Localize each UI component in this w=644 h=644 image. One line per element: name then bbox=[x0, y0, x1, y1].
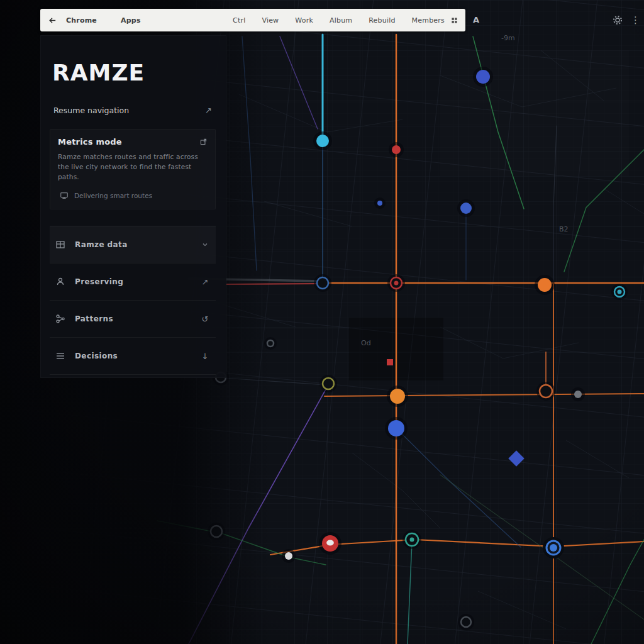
map-marker[interactable] bbox=[319, 532, 341, 555]
app-window: -9mOdB2 Chrome Apps Ctrl View Work Album… bbox=[0, 0, 644, 644]
map-marker[interactable] bbox=[264, 337, 277, 350]
sidebar-item-label: Ramze data bbox=[75, 240, 191, 249]
sidebar-item-label: Preserving bbox=[75, 277, 191, 286]
top-navbar: Chrome Apps Ctrl View Work Album Rebuild… bbox=[40, 9, 465, 31]
navbar-right-items: Ctrl View Work Album Rebuild Members bbox=[233, 16, 445, 25]
nav-item-view[interactable]: View bbox=[262, 16, 279, 25]
table-icon bbox=[55, 240, 67, 250]
sidebar-item-preserving[interactable]: Preserving ↗ bbox=[50, 263, 216, 300]
map-marker[interactable] bbox=[208, 523, 225, 540]
map-marker[interactable] bbox=[387, 359, 393, 365]
map-marker[interactable] bbox=[457, 199, 475, 217]
person-icon bbox=[55, 277, 67, 287]
sidebar: RAMZE Resume navigation ↗ Metrics mode R… bbox=[40, 35, 226, 378]
map-marker[interactable] bbox=[543, 537, 564, 558]
sidebar-menu: Ramze data Preserving ↗ bbox=[50, 226, 216, 375]
monitor-icon bbox=[60, 191, 69, 200]
navbar-left-items: Chrome Apps bbox=[66, 16, 141, 25]
metrics-title: Metrics mode bbox=[58, 137, 122, 147]
sidebar-item-decisions[interactable]: Decisions ↓ bbox=[50, 337, 216, 375]
map-marker[interactable] bbox=[385, 417, 408, 440]
share-icon bbox=[55, 314, 67, 324]
map-marker[interactable] bbox=[535, 275, 555, 295]
nav-item-album[interactable]: Album bbox=[330, 16, 352, 25]
map-marker[interactable] bbox=[374, 197, 386, 209]
map-marker[interactable] bbox=[571, 387, 585, 401]
back-arrow-icon[interactable] bbox=[48, 16, 57, 25]
map-marker[interactable] bbox=[389, 142, 404, 157]
map-region-label: B2 bbox=[559, 225, 569, 233]
app-logo: RAMZE bbox=[52, 60, 216, 86]
metrics-section: Metrics mode Ramze matches routes and tr… bbox=[50, 129, 216, 209]
nav-item-members[interactable]: Members bbox=[412, 16, 445, 25]
gear-icon[interactable] bbox=[613, 15, 623, 25]
map-marker[interactable] bbox=[611, 284, 628, 300]
external-link-icon[interactable] bbox=[199, 138, 208, 146]
map-marker[interactable] bbox=[313, 131, 332, 150]
arrow-up-right-icon: ↗ bbox=[205, 106, 212, 115]
chevron-down-icon[interactable] bbox=[199, 241, 211, 248]
nav-item-apps[interactable]: Apps bbox=[121, 16, 141, 25]
sidebar-item-label: Patterns bbox=[75, 314, 191, 323]
nav-item-work[interactable]: Work bbox=[295, 16, 313, 25]
map-marker[interactable] bbox=[473, 67, 493, 87]
map-marker[interactable] bbox=[536, 382, 555, 401]
grid-icon[interactable] bbox=[451, 17, 458, 24]
map-marker[interactable] bbox=[402, 530, 421, 549]
nav-item-chrome[interactable]: Chrome bbox=[66, 16, 97, 25]
list-icon bbox=[55, 351, 67, 361]
map-marker[interactable] bbox=[282, 549, 296, 563]
sidebar-item-ramze-data[interactable]: Ramze data bbox=[50, 226, 216, 263]
sidebar-item-patterns[interactable]: Patterns ↺ bbox=[50, 300, 216, 337]
resume-navigation-link[interactable]: Resume navigation ↗ bbox=[50, 106, 216, 115]
window-controls: ⋮ bbox=[613, 15, 640, 25]
profile-initial[interactable]: A bbox=[473, 15, 479, 25]
refresh-icon[interactable]: ↺ bbox=[199, 314, 211, 324]
arrow-up-right-icon[interactable]: ↗ bbox=[199, 277, 211, 287]
resume-navigation-label: Resume navigation bbox=[53, 106, 129, 115]
map-marker[interactable] bbox=[458, 614, 474, 630]
map-region-label: -9m bbox=[501, 34, 515, 42]
overflow-menu-icon[interactable]: ⋮ bbox=[631, 16, 640, 25]
map-route bbox=[226, 284, 322, 284]
map-marker[interactable] bbox=[319, 375, 337, 392]
sidebar-item-label: Decisions bbox=[75, 352, 191, 360]
nav-item-rebuild[interactable]: Rebuild bbox=[369, 16, 395, 25]
map-marker[interactable] bbox=[314, 274, 331, 292]
map-marker[interactable] bbox=[387, 386, 408, 407]
metrics-note-label: Delivering smart routes bbox=[74, 192, 152, 199]
arrow-down-icon[interactable]: ↓ bbox=[199, 352, 211, 361]
map-region-label: Od bbox=[361, 339, 371, 347]
nav-item-ctrl[interactable]: Ctrl bbox=[233, 16, 245, 25]
metrics-description: Ramze matches routes and traffic across … bbox=[58, 152, 208, 182]
map-light-district bbox=[440, 50, 629, 176]
map-marker[interactable] bbox=[387, 274, 405, 292]
